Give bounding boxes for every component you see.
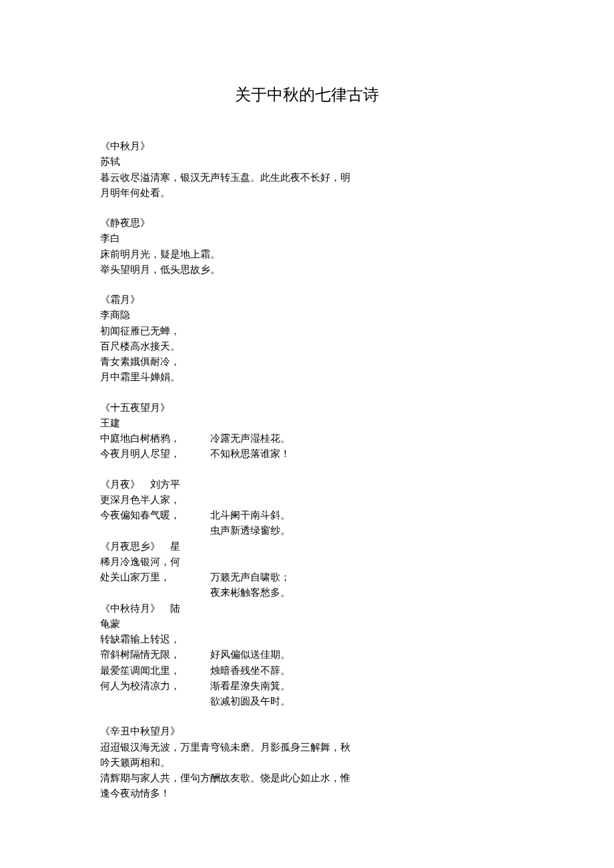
document-page: 关于中秋的七律古诗 《中秋月》 苏轼 暮云收尽溢清寒，银汉无声转玉盘。此生此夜不… [0, 0, 614, 868]
poem-line: 百尺楼高水接天。 [100, 339, 514, 354]
two-column-row: 《月夜》 刘方平 更深月色半人家， 今夜偏知春气暖， 《月夜思乡》 星 稀月冷逸… [100, 477, 514, 710]
poem-line: 最爱笙调闻北里， [100, 663, 204, 679]
poem-line: 好风偏似送佳期。 [210, 647, 290, 663]
poem-author: 苏轼 [100, 154, 514, 169]
poem-line: 稀月冷逸银河，何 [100, 554, 204, 570]
poem-title: 《十五夜望月》 [100, 400, 514, 416]
poem-block: 《辛丑中秋望月》 迢迢银汉海无波，万里青穹镜未磨。月影孤身三解舞，秋 吟天籁两相… [100, 724, 514, 801]
poem-line: 迢迢银汉海无波，万里青穹镜未磨。月影孤身三解舞，秋 [100, 740, 514, 755]
poem-block: 《十五夜望月》 王建 中庭地白树栖鸦， 今夜月明人尽望， 冷露无声湿桂花。 不知… [100, 400, 514, 462]
poem-line: 北斗阑干南斗斜。 [210, 508, 290, 523]
poem-line: 月明年何处看。 [100, 185, 514, 201]
poem-line: 今夜偏知春气暖， [100, 508, 204, 523]
poem-title: 《辛丑中秋望月》 [100, 724, 514, 739]
poem-title: 《静夜思》 [100, 215, 514, 231]
poem-line [210, 539, 290, 554]
poem-line: 何人为校清凉力， [100, 679, 204, 694]
column-left: 中庭地白树栖鸦， 今夜月明人尽望， [100, 431, 204, 462]
poem-line [210, 616, 290, 632]
poem-line [210, 554, 290, 570]
poem-block: 《静夜思》 李白 床前明月光，疑是地上霜。 举头望明月，低头思故乡。 [100, 215, 514, 278]
poem-line [210, 477, 290, 492]
two-column-row: 中庭地白树栖鸦， 今夜月明人尽望， 冷露无声湿桂花。 不知秋思落谁家！ [100, 431, 514, 462]
poem-line: 虫声新透绿窗纱。 [210, 523, 290, 538]
poem-line: 今夜月明人尽望， [100, 446, 204, 462]
poem-line: 渐看星潦失南箕。 [210, 679, 290, 694]
poem-line: 《中秋待月》 陆 [100, 601, 204, 616]
poem-line: 万籁无声自啸歌； [210, 570, 290, 585]
poem-line: 暮云收尽溢清寒，银汉无声转玉盘。此生此夜不长好，明 [100, 170, 514, 185]
page-title: 关于中秋的七律古诗 [100, 84, 514, 105]
poem-line: 初闻征雁已无蝉， [100, 324, 514, 339]
poem-line: 冷露无声湿桂花。 [210, 431, 290, 446]
poem-line: 夜来彬触客愁多。 [210, 585, 290, 600]
poem-line: 举头望明月，低头思故乡。 [100, 262, 514, 278]
poem-author: 王建 [100, 416, 514, 431]
poem-line: 龟蒙 [100, 616, 204, 632]
poem-line: 青女素娥俱耐冷， [100, 354, 514, 370]
poem-block: 《中秋月》 苏轼 暮云收尽溢清寒，银汉无声转玉盘。此生此夜不长好，明 月明年何处… [100, 139, 514, 201]
poem-block: 《月夜》 刘方平 更深月色半人家， 今夜偏知春气暖， 《月夜思乡》 星 稀月冷逸… [100, 477, 514, 710]
poem-line: 床前明月光，疑是地上霜。 [100, 247, 514, 262]
poem-line [210, 601, 290, 616]
poem-line: 转缺霜输上转迟， [100, 632, 204, 647]
poem-author: 李白 [100, 231, 514, 246]
column-right: 北斗阑干南斗斜。 虫声新透绿窗纱。 万籁无声自啸歌； 夜来彬触客愁多。 好风偏似… [210, 477, 290, 710]
poem-line: 清辉期与家人共，俚句方酬故友歌。饶是此心如止水，惟 [100, 771, 514, 786]
poem-line: 《月夜思乡》 星 [100, 539, 204, 554]
poem-title: 《中秋月》 [100, 139, 514, 154]
poem-line: 烛暗香残坐不辞。 [210, 663, 290, 679]
poem-line: 逢今夜动情多！ [100, 786, 514, 801]
poem-line [100, 585, 204, 600]
poem-title: 《霜月》 [100, 292, 514, 308]
poem-line [100, 523, 204, 538]
column-right: 冷露无声湿桂花。 不知秋思落谁家！ [210, 431, 290, 462]
poem-line: 帘斜树隔情无限， [100, 647, 204, 663]
poem-line: 欲减初圆及午时。 [210, 694, 290, 709]
poem-line [210, 492, 290, 508]
poem-line: 《月夜》 刘方平 [100, 477, 204, 492]
poem-line: 更深月色半人家， [100, 492, 204, 508]
poem-block: 《霜月》 李商隐 初闻征雁已无蝉， 百尺楼高水接天。 青女素娥俱耐冷， 月中霜里… [100, 292, 514, 386]
poem-line: 中庭地白树栖鸦， [100, 431, 204, 446]
poem-line: 处关山家万里， [100, 570, 204, 585]
poem-author: 李商隐 [100, 308, 514, 323]
column-left: 《月夜》 刘方平 更深月色半人家， 今夜偏知春气暖， 《月夜思乡》 星 稀月冷逸… [100, 477, 204, 710]
poem-line: 月中霜里斗婵娟。 [100, 370, 514, 385]
poem-line: 不知秋思落谁家！ [210, 446, 290, 462]
poem-line: 吟天籁两相和。 [100, 755, 514, 771]
poem-line [210, 632, 290, 647]
